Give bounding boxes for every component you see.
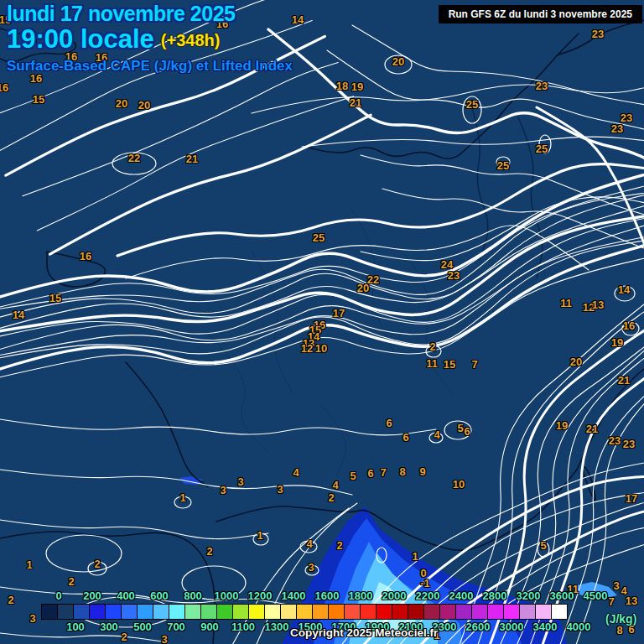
model-run-label: Run GFS 6Z du lundi 3 novembre 2025 xyxy=(439,5,642,23)
scale-cell xyxy=(248,604,265,620)
scale-cell xyxy=(535,604,552,620)
forecast-offset: (+348h) xyxy=(161,29,221,50)
contour-line xyxy=(268,29,644,168)
parameter-subtitle: Surface-Based CAPE (J/kg) et Lifted Inde… xyxy=(7,58,293,75)
contour-line xyxy=(0,419,436,435)
contour-line xyxy=(0,520,268,539)
contour-loop xyxy=(426,345,441,357)
scale-cell xyxy=(200,604,217,620)
contour-loop xyxy=(174,496,191,508)
scale-cell xyxy=(503,604,520,620)
scale-cell xyxy=(408,604,424,620)
contour-line xyxy=(37,96,353,231)
scale-cell xyxy=(121,604,138,620)
contour-loop xyxy=(538,542,549,557)
coastline xyxy=(577,369,644,470)
scale-cell xyxy=(184,604,201,620)
scale-cell xyxy=(137,604,153,620)
scale-cell xyxy=(551,604,568,620)
scale-cell xyxy=(376,604,392,620)
scale-cell xyxy=(105,604,122,620)
contour-loop xyxy=(622,322,639,335)
scale-cell xyxy=(360,604,377,620)
contour-loop xyxy=(615,286,635,301)
scale-cell xyxy=(392,604,408,620)
contour-loop xyxy=(253,533,268,545)
scale-cell xyxy=(89,604,106,620)
contour-line xyxy=(361,197,644,261)
scale-cell xyxy=(519,604,536,620)
contour-loop xyxy=(429,433,443,443)
contour-line xyxy=(0,238,644,361)
contour-loop xyxy=(496,157,510,167)
border-line xyxy=(352,210,394,352)
contour-line xyxy=(23,62,338,195)
contour-field xyxy=(0,0,644,644)
contour-loop xyxy=(300,541,317,553)
scale-cell xyxy=(169,604,185,620)
contour-line xyxy=(252,84,644,113)
scale-cell xyxy=(232,604,249,620)
contour-loop xyxy=(46,535,122,572)
contour-line xyxy=(0,633,168,642)
contour-loop xyxy=(539,135,551,153)
coastline xyxy=(126,362,208,486)
scale-unit-label: (J/kg) xyxy=(605,612,636,626)
contour-loop xyxy=(88,562,106,575)
weather-map: 1516161616161514162020222123201819212523… xyxy=(0,0,644,644)
coastline xyxy=(0,532,215,644)
title-block: lundi 17 novembre 2025 19:00 locale (+34… xyxy=(7,2,293,75)
scale-cell xyxy=(423,604,440,620)
copyright-text: Copyright 2025 Meteociel.fr xyxy=(290,626,438,639)
scale-cell xyxy=(153,604,169,620)
scale-cell xyxy=(328,604,345,620)
scale-cell xyxy=(312,604,329,620)
valid-time: 19:00 locale xyxy=(7,24,154,55)
contour-loop xyxy=(385,55,412,74)
contour-line xyxy=(0,587,293,605)
contour-line xyxy=(0,470,352,495)
border-line xyxy=(319,402,346,476)
contour-loop xyxy=(112,153,156,174)
coastline xyxy=(557,20,644,55)
valid-date: lundi 17 novembre 2025 xyxy=(7,2,293,26)
scale-cell xyxy=(296,604,313,620)
scale-cell xyxy=(73,604,90,620)
scale-cell xyxy=(57,604,74,620)
contour-loop xyxy=(444,421,471,439)
contour-line xyxy=(481,303,644,644)
border-line xyxy=(210,335,268,453)
scale-cell xyxy=(264,604,281,620)
scale-cell xyxy=(471,604,488,620)
coastline xyxy=(309,34,579,158)
scale-cell xyxy=(455,604,472,620)
scale-cell xyxy=(216,604,233,620)
contour-line xyxy=(0,182,644,311)
scale-cell xyxy=(487,604,504,620)
scale-cell xyxy=(280,604,297,620)
scale-cell xyxy=(344,604,361,620)
contour-loop xyxy=(305,565,319,575)
scale-cell xyxy=(41,604,58,620)
scale-cell xyxy=(439,604,456,620)
cape-color-scale xyxy=(42,604,568,620)
